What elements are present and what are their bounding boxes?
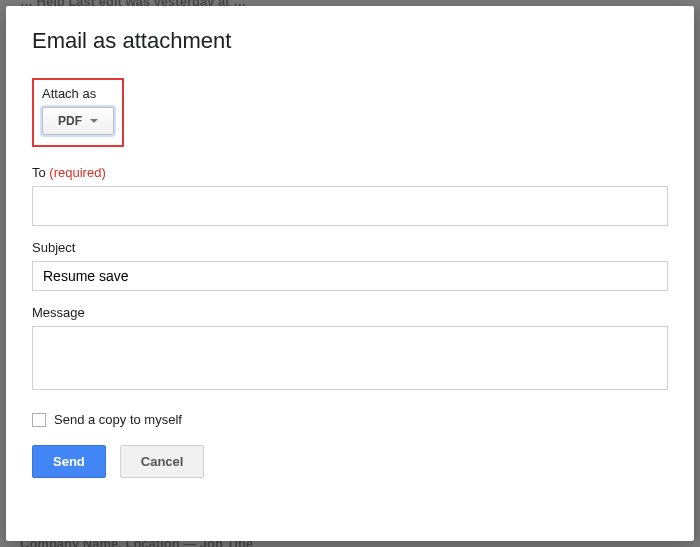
- dialog-buttons: Send Cancel: [32, 445, 668, 478]
- to-label-row: To (required): [32, 165, 668, 180]
- send-button[interactable]: Send: [32, 445, 106, 478]
- attach-as-highlight: Attach as PDF: [32, 78, 124, 147]
- email-attachment-dialog: Email as attachment Attach as PDF To (re…: [6, 6, 694, 541]
- send-copy-label: Send a copy to myself: [54, 412, 182, 427]
- to-input[interactable]: [32, 186, 668, 226]
- cancel-button[interactable]: Cancel: [120, 445, 205, 478]
- chevron-down-icon: [90, 119, 98, 123]
- attach-format-value: PDF: [58, 114, 82, 128]
- attach-format-dropdown[interactable]: PDF: [42, 107, 114, 135]
- subject-input[interactable]: [32, 261, 668, 291]
- message-input[interactable]: [32, 326, 668, 390]
- attach-as-label: Attach as: [42, 86, 114, 101]
- send-copy-row[interactable]: Send a copy to myself: [32, 412, 668, 427]
- send-copy-checkbox[interactable]: [32, 413, 46, 427]
- subject-label: Subject: [32, 240, 668, 255]
- message-label: Message: [32, 305, 668, 320]
- dialog-title: Email as attachment: [32, 28, 668, 54]
- to-required: (required): [49, 165, 105, 180]
- to-label: To: [32, 165, 46, 180]
